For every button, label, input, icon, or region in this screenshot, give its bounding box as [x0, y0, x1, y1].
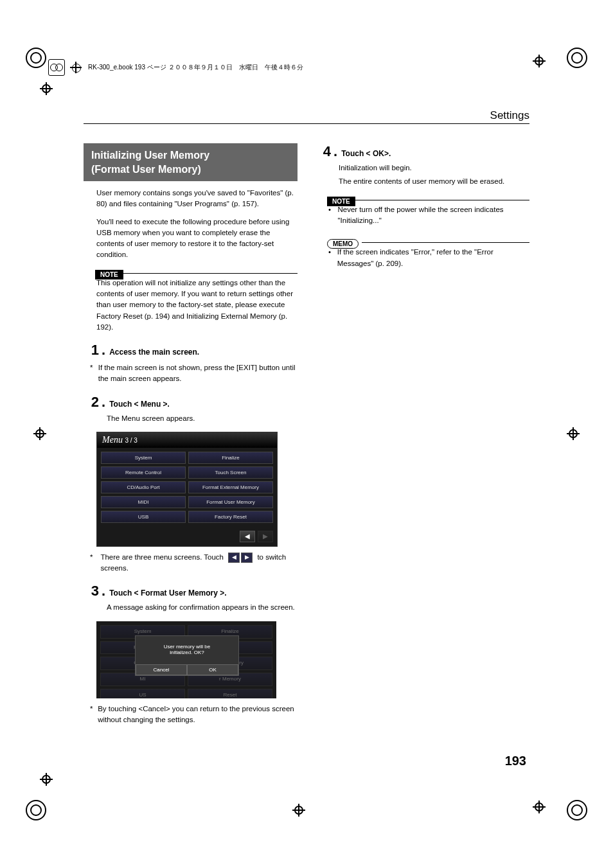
step-1-title: Access the main screen.	[109, 348, 199, 357]
reg-mark-br	[564, 797, 590, 823]
step-3: 3. Touch < Format User Memory >.	[84, 583, 298, 599]
dialog-msg-2: initialized. OK?	[136, 650, 238, 655]
memo-rule	[362, 242, 529, 243]
step-1: 1. Access the main screen.	[84, 342, 298, 359]
memo-bullet-1: • If the screen indicates "Error," refer…	[328, 247, 529, 269]
menu-btn-system[interactable]: System	[101, 452, 186, 464]
note-rule	[122, 273, 298, 274]
note-bullet-1-text: Never turn off the power while the scree…	[338, 204, 530, 227]
page-number: 193	[505, 754, 526, 768]
step-2-body: The Menu screen appears.	[107, 413, 298, 424]
note-rule-2	[354, 200, 529, 200]
step-4-body-2: The entire contents of user memory will …	[339, 176, 529, 187]
section-heading: Initializing User Memory (Format User Me…	[84, 143, 298, 181]
inline-nav-next-icon: ▶	[241, 553, 253, 563]
menu-btn-usb[interactable]: USB	[101, 511, 186, 523]
dialog-screenshot: System Finalize Remote Screen CD/Auc nal…	[96, 621, 276, 698]
nav-next-icon[interactable]: ▶	[258, 531, 273, 542]
running-header: RK-300_e.book 193 ページ ２００８年９月１０日 水曜日 午後４…	[48, 58, 565, 77]
nav-prev-icon[interactable]: ◀	[240, 531, 255, 542]
menu-btn-format-ext[interactable]: Format External Memory	[188, 481, 273, 493]
dialog-msg-1: User memory will be	[136, 644, 238, 650]
step-3-title: Touch < Format User Memory >.	[109, 589, 227, 598]
step-2-number: 2	[84, 394, 99, 411]
left-column: Initializing User Memory (Format User Me…	[84, 143, 298, 725]
menu-btn-touchscreen[interactable]: Touch Screen	[188, 466, 273, 479]
inline-nav-icons: ◀ ▶	[227, 553, 253, 563]
step-2: 2. Touch < Menu >.	[84, 394, 298, 411]
reg-mark-bottom	[292, 804, 305, 817]
menu-btn-remote[interactable]: Remote Control	[101, 466, 186, 479]
step-3-note: * By touching <Cancel> you can return to…	[90, 704, 298, 726]
right-column: 4. Touch < OK>. Initialization will begi…	[315, 143, 529, 725]
memo-bullet-1-text: If the screen indicates "Error," refer t…	[337, 247, 529, 269]
step-3-body: A message asking for confirmation appear…	[107, 602, 298, 613]
page-content: Settings Initializing User Memory (Forma…	[84, 112, 529, 725]
page-section-title: Settings	[84, 109, 529, 122]
step-4-title: Touch < OK>.	[341, 149, 391, 158]
step-2-title: Touch < Menu >.	[109, 400, 170, 409]
reg-mark-tl2	[40, 82, 53, 95]
book-icon	[48, 59, 65, 76]
cancel-button[interactable]: Cancel	[136, 664, 187, 675]
step-1-number: 1	[84, 342, 99, 359]
menu-screenshot: Menu 3 / 3 System Finalize Remote Contro…	[96, 432, 278, 547]
section-heading-line2: (Format User Memory)	[91, 163, 290, 177]
intro-para-1: User memory contains songs you've saved …	[96, 188, 298, 210]
step-1-note: * If the main screen is not shown, press…	[90, 362, 298, 385]
header-rule	[84, 123, 529, 124]
menu-footer: ◀ ▶	[97, 527, 277, 546]
step-2-note-text: There are three menu screens. Touch ◀ ▶ …	[100, 552, 298, 574]
menu-btn-format-user[interactable]: Format User Memory	[188, 496, 273, 508]
intro-para-2: You'll need to execute the following pro…	[96, 217, 298, 261]
reg-mark-right	[567, 427, 580, 440]
reg-mark-tl	[23, 45, 49, 71]
menu-btn-factory-reset[interactable]: Factory Reset	[188, 511, 273, 523]
reg-mark-br2	[533, 801, 546, 813]
bg-btn: US	[100, 689, 185, 698]
note-bullet-1: • Never turn off the power while the scr…	[328, 204, 529, 227]
menu-title-bar: Menu 3 / 3	[97, 432, 277, 448]
step-3-note-text: By touching <Cancel> you can return to t…	[98, 704, 298, 726]
menu-title-text: Menu	[102, 435, 123, 445]
bg-btn: Reset	[188, 689, 272, 698]
step-4-number: 4	[315, 143, 331, 160]
menu-grid: System Finalize Remote Control Touch Scr…	[97, 448, 277, 527]
menu-btn-finalize[interactable]: Finalize	[188, 452, 273, 464]
step-2-note-a: There are three menu screens. Touch	[100, 553, 224, 561]
section-heading-line1: Initializing User Memory	[91, 148, 290, 163]
runhead-text: RK-300_e.book 193 ページ ２００８年９月１０日 水曜日 午後４…	[88, 63, 303, 72]
note-text-1: This operation will not initialize any s…	[96, 278, 298, 333]
step-4-body-1: Initialization will begin.	[339, 163, 529, 173]
menu-page-indicator: 3 / 3	[125, 437, 137, 444]
header-reg-icon	[70, 62, 82, 73]
step-3-number: 3	[84, 583, 99, 599]
menu-btn-cdaudio[interactable]: CD/Audio Port	[101, 481, 186, 493]
reg-mark-bl2	[40, 773, 53, 786]
reg-mark-left	[33, 427, 46, 440]
step-1-note-text: If the main screen is not shown, press t…	[98, 362, 298, 385]
ok-button[interactable]: OK	[187, 664, 238, 675]
step-4: 4. Touch < OK>.	[315, 143, 529, 160]
confirm-dialog: User memory will be initialized. OK? Can…	[135, 635, 239, 676]
menu-btn-midi[interactable]: MIDI	[101, 496, 186, 508]
reg-mark-tr	[564, 45, 590, 71]
reg-mark-bl	[23, 797, 49, 823]
step-2-note: * There are three menu screens. Touch ◀ …	[90, 552, 298, 574]
inline-nav-prev-icon: ◀	[228, 553, 240, 563]
